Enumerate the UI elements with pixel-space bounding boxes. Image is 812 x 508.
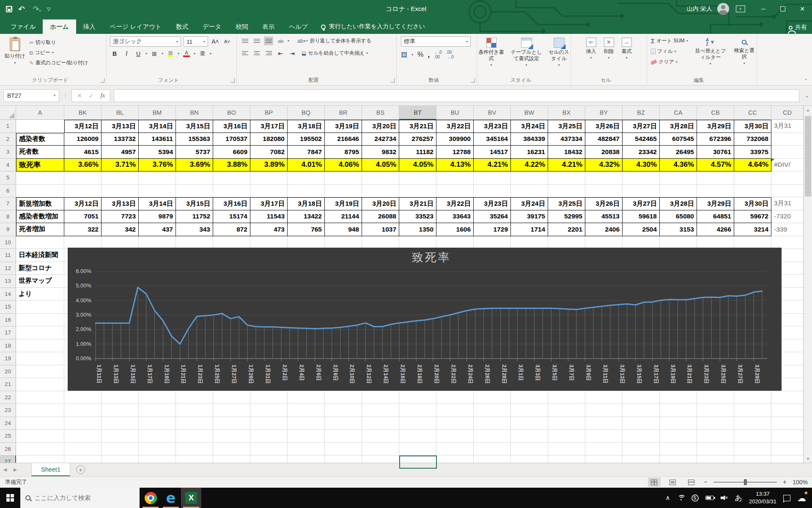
cell-BV6[interactable]: [474, 185, 511, 198]
cell-BR25[interactable]: [325, 430, 362, 443]
paste-button[interactable]: 貼り付け▾: [2, 36, 28, 67]
col-header-CB[interactable]: CB: [697, 106, 734, 120]
taskbar-clock[interactable]: 13:37 2020/03/31: [749, 490, 776, 505]
cell-BK25[interactable]: [64, 430, 102, 443]
col-header-BU[interactable]: BU: [436, 106, 474, 120]
cell-BO23[interactable]: [213, 404, 250, 417]
cell-BQ5[interactable]: [288, 171, 325, 185]
tab-表示[interactable]: 表示: [255, 19, 282, 34]
cell-BQ7[interactable]: 3月18日: [288, 197, 325, 210]
cell-BY1[interactable]: 3月26日: [585, 120, 623, 133]
cell-BW23[interactable]: [511, 404, 548, 417]
cell-BV10[interactable]: [474, 236, 511, 249]
active-cell-outline[interactable]: [399, 456, 437, 469]
cell-BL22[interactable]: [102, 391, 139, 404]
cell-BM5[interactable]: [139, 171, 176, 185]
enter-icon[interactable]: ✓: [89, 92, 94, 99]
cell-BT5[interactable]: [399, 171, 436, 185]
cell-BL24[interactable]: [102, 417, 139, 430]
bottom-align-icon[interactable]: [264, 36, 273, 45]
zoom-out-icon[interactable]: −: [704, 478, 708, 486]
merge-center-button[interactable]: ⬓セルを結合して中央揃え▾: [300, 49, 369, 58]
col-header-BX[interactable]: BX: [548, 106, 585, 120]
row-header-4[interactable]: 4: [0, 159, 16, 172]
cell-CB4[interactable]: 4.57%: [697, 159, 734, 172]
decrease-decimal-icon[interactable]: .00→.0: [446, 50, 454, 59]
cell-A19[interactable]: [16, 352, 64, 365]
cell-CA22[interactable]: [660, 391, 697, 404]
cell-BV1[interactable]: 3月23日: [474, 120, 511, 133]
col-header-BT[interactable]: BT: [399, 106, 436, 120]
cell-CA27[interactable]: [660, 456, 697, 463]
zoom-level[interactable]: 100%: [793, 479, 808, 486]
cell-BQ4[interactable]: 4.01%: [288, 159, 325, 172]
cell-BX24[interactable]: [548, 417, 585, 430]
cell-styles-button[interactable]: セルのスタイル▾: [546, 36, 572, 69]
cell-BT10[interactable]: [399, 236, 436, 249]
cell-BY25[interactable]: [585, 430, 623, 443]
share-button[interactable]: 共有: [789, 24, 807, 31]
cell-BY4[interactable]: 4.32%: [585, 159, 623, 172]
cell-BW27[interactable]: [511, 456, 548, 463]
cell-BQ9[interactable]: 765: [288, 223, 325, 236]
cell-BP26[interactable]: [250, 443, 288, 456]
cell-CB9[interactable]: 4266: [697, 223, 734, 236]
cell-A18[interactable]: [16, 340, 64, 353]
cell-BY10[interactable]: [585, 236, 623, 249]
cell-BS8[interactable]: 26088: [362, 210, 399, 224]
sort-filter-button[interactable]: AZ▼ 並べ替えとフィルター▾: [693, 36, 728, 68]
cell-CA23[interactable]: [660, 404, 697, 417]
cell-BY7[interactable]: 3月26日: [585, 197, 623, 210]
cell-BN9[interactable]: 343: [176, 223, 213, 236]
cell-CA25[interactable]: [660, 430, 697, 443]
cell-CC25[interactable]: [734, 430, 771, 443]
cell-BX8[interactable]: 52995: [548, 210, 585, 224]
col-header-BM[interactable]: BM: [139, 106, 176, 120]
cell-BO9[interactable]: 872: [213, 223, 250, 236]
cell-BL23[interactable]: [102, 404, 139, 417]
row-header-11[interactable]: 11: [0, 249, 16, 262]
cell-A15[interactable]: [16, 301, 64, 314]
decrease-font-icon[interactable]: A˅: [222, 37, 232, 46]
number-dialog-launcher[interactable]: [471, 78, 475, 83]
zoom-in-icon[interactable]: +: [783, 478, 787, 486]
cell-BV2[interactable]: 345164: [474, 133, 511, 146]
cell-A25[interactable]: [16, 430, 64, 443]
cell-BP2[interactable]: 182080: [250, 133, 288, 146]
zoom-slider-thumb[interactable]: [744, 479, 747, 485]
cell-BV4[interactable]: 4.21%: [474, 159, 511, 172]
font-size-combo[interactable]: 11▾: [184, 36, 208, 47]
cell-CD8[interactable]: -7320: [771, 210, 804, 224]
cell-BR24[interactable]: [325, 417, 362, 430]
fill-color-button[interactable]: ▨: [166, 49, 175, 58]
cell-CB10[interactable]: [697, 236, 734, 249]
cell-BW5[interactable]: [511, 171, 548, 185]
cell-BM7[interactable]: 3月14日: [139, 197, 176, 210]
page-break-view-button[interactable]: [685, 478, 698, 487]
align-center-icon[interactable]: [252, 49, 261, 58]
cell-BQ23[interactable]: [288, 404, 325, 417]
cell-BN6[interactable]: [176, 185, 213, 198]
row-header-8[interactable]: 8: [0, 210, 16, 224]
cell-BM10[interactable]: [139, 236, 176, 249]
cell-BL8[interactable]: 7723: [102, 210, 139, 224]
cell-BY23[interactable]: [585, 404, 623, 417]
format-painter-button[interactable]: ✎書式のコピー/貼り付け: [28, 58, 90, 67]
cell-BS24[interactable]: [362, 417, 399, 430]
cell-BU2[interactable]: 309900: [436, 133, 474, 146]
sheet-nav-left-icon[interactable]: ◀: [0, 467, 10, 472]
cell-BR3[interactable]: 8795: [325, 146, 362, 159]
phonetic-button[interactable]: 亜: [198, 49, 207, 58]
cell-BN27[interactable]: [176, 456, 213, 463]
cell-BX22[interactable]: [548, 391, 585, 404]
cell-BZ4[interactable]: 4.30%: [623, 159, 660, 172]
sheet-tab-sheet1[interactable]: Sheet1: [31, 463, 70, 476]
cell-BT8[interactable]: 33523: [399, 210, 436, 224]
cell-BN2[interactable]: 155363: [176, 133, 213, 146]
cell-BN23[interactable]: [176, 404, 213, 417]
cell-BS3[interactable]: 9832: [362, 146, 399, 159]
cell-BY26[interactable]: [585, 443, 623, 456]
cell-BT25[interactable]: [399, 430, 436, 443]
increase-font-icon[interactable]: A˄: [211, 37, 220, 46]
alignment-dialog-launcher[interactable]: [390, 78, 395, 83]
